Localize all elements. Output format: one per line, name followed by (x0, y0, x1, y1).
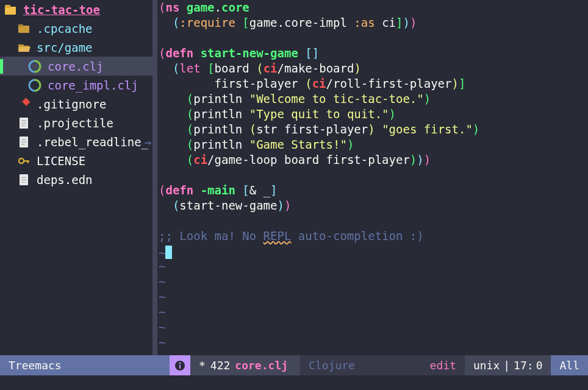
tree-label: .projectile (37, 116, 113, 130)
folder-icon (17, 22, 30, 35)
status-percent: All (551, 355, 588, 375)
treemacs-pane[interactable]: tic-tac-toe .cpcachesrc/gamecore.cljcore… (0, 0, 152, 355)
git-icon (17, 98, 30, 111)
editor-fringe (152, 0, 157, 355)
status-filename: core.clj (235, 359, 288, 372)
tree-label: core_impl.clj (48, 79, 138, 92)
empty-line: ~ (159, 259, 588, 274)
code-line[interactable]: first-player (ci/roll-first-player)] (159, 76, 588, 91)
code-line[interactable]: (defn -main [& _] (159, 183, 588, 198)
overflow-indicator-icon: → (145, 135, 151, 149)
code-editor[interactable]: (ns game.core (:require [game.core-impl … (157, 0, 588, 355)
tree-label: core.clj (48, 60, 104, 73)
file-icon (17, 116, 30, 130)
cursor-line[interactable]: ~ (159, 244, 588, 259)
tree-file-core-clj[interactable]: core.clj (0, 57, 152, 76)
code-line[interactable]: (:require [game.core-impl :as ci])) (159, 15, 588, 30)
svg-point-20 (19, 158, 24, 163)
code-line[interactable]: (println "Type quit to quit.") (159, 107, 588, 122)
code-line[interactable] (159, 168, 588, 183)
status-treemacs-label: Treemacs (9, 359, 62, 372)
empty-line: ~ (159, 320, 588, 335)
code-line[interactable]: (println "Welcome to tic-tac-toe.") (159, 91, 588, 107)
empty-line: ~ (159, 274, 588, 289)
project-icon (4, 3, 17, 16)
tree-label: LICENSE (37, 154, 85, 168)
clj-icon (28, 60, 41, 73)
status-encoding: unix (473, 359, 500, 372)
status-size: 422 (210, 359, 231, 372)
empty-line: ~ (159, 305, 588, 320)
code-line[interactable]: (ci/game-loop board first-player))) (159, 152, 588, 168)
empty-line: ~ (159, 289, 588, 305)
status-edit-label: edit (430, 359, 456, 372)
code-line[interactable]: (println (str first-player) "goes first.… (159, 122, 588, 137)
svg-rect-29 (179, 365, 181, 369)
main-area: tic-tac-toe .cpcachesrc/gamecore.cljcore… (0, 0, 588, 355)
status-major-mode: Clojure (300, 355, 421, 375)
code-line[interactable] (159, 213, 588, 229)
status-treemacs: Treemacs (0, 355, 170, 375)
project-name: tic-tac-toe (23, 3, 100, 16)
tree-folder-src-game[interactable]: src/game (0, 38, 152, 57)
key-icon (17, 154, 30, 168)
tree-file-deps-edn[interactable]: deps.edn (0, 170, 152, 189)
status-line: 17 (514, 359, 527, 372)
emacs-frame: tic-tac-toe .cpcachesrc/gamecore.cljcore… (0, 0, 588, 390)
editor-pane[interactable]: (ns game.core (:require [game.core-impl … (152, 0, 588, 355)
clj-icon (28, 79, 41, 92)
code-line[interactable]: (println "Game Starts!") (159, 137, 588, 152)
empty-line: ~ (159, 335, 588, 350)
code-line[interactable]: (ns game.core (159, 0, 588, 15)
code-line[interactable]: (let [board (ci/make-board) (159, 61, 588, 76)
status-file: * 422 core.clj (190, 355, 300, 375)
tree-cursor (0, 59, 3, 74)
code-line[interactable]: (defn start-new-game [] (159, 46, 588, 61)
status-col: 0 (536, 359, 543, 372)
code-line[interactable]: (start-new-game)) (159, 198, 588, 213)
status-mode-label: Clojure (309, 359, 355, 372)
folder-open-icon (17, 41, 30, 54)
tree-file--projectile[interactable]: .projectile (0, 113, 152, 132)
svg-point-28 (179, 362, 181, 364)
project-root[interactable]: tic-tac-toe (0, 0, 152, 19)
status-modified: * (199, 359, 206, 372)
svg-rect-22 (27, 160, 29, 163)
status-position: unix | 17 : 0 (465, 355, 551, 375)
tree-label: src/game (37, 41, 93, 54)
code-line[interactable] (159, 30, 588, 46)
tree-file-core-impl-clj[interactable]: core_impl.clj (0, 76, 152, 94)
status-edit-indicator: edit (421, 355, 465, 375)
status-info-icon (170, 355, 190, 375)
tree-label: .gitignore (37, 98, 106, 111)
mode-line: Treemacs * 422 core.clj Clojure edit uni… (0, 355, 588, 375)
text-cursor (165, 246, 172, 259)
tree-label: .cpcache (37, 22, 93, 35)
tree-file-license[interactable]: LICENSE (0, 151, 152, 170)
svg-rect-3 (18, 24, 23, 27)
tree-file--rebel-readline-[interactable]: .rebel_readline_→ (0, 132, 152, 151)
minibuffer[interactable] (0, 375, 588, 390)
file-icon (17, 135, 30, 149)
tree-file--gitignore[interactable]: .gitignore (0, 94, 152, 113)
svg-rect-1 (5, 5, 10, 8)
status-percent-label: All (559, 359, 579, 372)
tree-folder--cpcache[interactable]: .cpcache (0, 19, 152, 38)
svg-rect-8 (21, 98, 30, 106)
tree-label: deps.edn (37, 173, 93, 186)
file-icon (17, 173, 30, 186)
tree-label: .rebel_readline_ (37, 135, 148, 149)
code-line[interactable]: ;; Look ma! No REPL auto-completion :) (159, 229, 588, 244)
